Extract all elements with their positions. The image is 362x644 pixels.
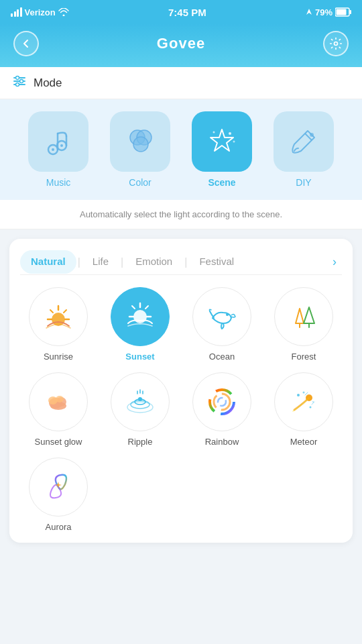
scene-item-sunset[interactable]: Sunset [102, 287, 178, 362]
mode-label: Mode [34, 76, 62, 90]
music-tab-icon-wrap [28, 111, 88, 172]
color-circles-icon [123, 124, 158, 159]
aurora-circle [29, 458, 88, 517]
svg-point-54 [297, 394, 300, 396]
sunrise-circle [29, 287, 88, 346]
svg-marker-36 [304, 307, 314, 323]
signal-icon [11, 7, 22, 17]
header: Govee [0, 24, 362, 67]
ocean-label: Ocean [209, 352, 235, 362]
mode-icon [12, 74, 27, 92]
sunset-circle [111, 287, 170, 346]
mode-tabs: Music Color Scene [0, 99, 362, 200]
category-tab-life[interactable]: Life [82, 250, 119, 274]
scene-item-ocean[interactable]: Ocean [184, 287, 260, 362]
location-icon [306, 9, 312, 15]
ripple-label: Ripple [128, 437, 153, 447]
wifi-icon [58, 8, 69, 16]
scene-item-ripple[interactable]: Ripple [102, 372, 178, 447]
gear-icon [329, 37, 343, 50]
ocean-icon [204, 299, 239, 334]
mode-tab-diy[interactable]: DIY [267, 111, 341, 188]
diy-tab-icon-wrap [274, 111, 334, 172]
header-title: Govee [157, 35, 205, 52]
music-tab-label: Music [46, 177, 71, 188]
sunset-icon [123, 299, 158, 334]
scene-item-meteor[interactable]: Meteor [265, 372, 342, 447]
mode-tab-music[interactable]: Music [21, 111, 95, 188]
mode-tab-scene[interactable]: Scene [185, 111, 259, 188]
forest-label: Forest [292, 352, 316, 362]
scene-item-aurora[interactable]: Aurora [20, 458, 97, 532]
scene-tab-icon-wrap [192, 111, 252, 172]
back-icon [21, 38, 32, 49]
svg-point-33 [226, 313, 229, 316]
sunrise-icon [41, 299, 76, 334]
scene-star-icon [204, 124, 239, 159]
rainbow-circle [192, 372, 251, 431]
status-bar: Verizon 7:45 PM 79% [0, 0, 362, 24]
category-tab-emotion[interactable]: Emotion [125, 250, 183, 274]
svg-line-30 [50, 310, 53, 313]
ripple-icon [123, 384, 158, 419]
music-icon [41, 124, 76, 159]
svg-point-10 [16, 83, 19, 87]
svg-rect-3 [349, 10, 351, 14]
svg-point-8 [16, 76, 19, 80]
svg-point-19 [133, 137, 148, 152]
category-tab-natural[interactable]: Natural [20, 250, 76, 274]
svg-point-22 [233, 141, 235, 143]
divider-2: | [119, 256, 125, 268]
svg-point-16 [60, 144, 63, 147]
category-tabs: Natural | Life | Emotion | Festival › [20, 250, 342, 275]
rainbow-icon [204, 384, 239, 419]
more-categories-button[interactable]: › [327, 250, 342, 274]
color-tab-label: Color [129, 177, 151, 188]
svg-point-25 [310, 133, 314, 137]
scene-item-forest[interactable]: Forest [265, 287, 342, 362]
sunrise-label: Sunrise [44, 352, 73, 362]
divider-1: | [76, 256, 82, 268]
svg-point-55 [310, 407, 312, 409]
settings-button[interactable] [323, 31, 349, 56]
forest-circle [274, 287, 333, 346]
svg-marker-34 [296, 309, 304, 323]
sliders-icon [12, 74, 27, 89]
scene-description: Automatically select the light according… [0, 200, 362, 229]
rainbow-label: Rainbow [205, 437, 239, 447]
svg-point-21 [229, 132, 231, 135]
scene-grid: Sunrise Sunset [20, 287, 342, 532]
sunset-label: Sunset [125, 352, 154, 362]
svg-point-56 [303, 392, 305, 394]
scene-tab-label: Scene [208, 177, 235, 188]
status-time: 7:45 PM [168, 7, 206, 18]
svg-point-52 [218, 398, 226, 406]
svg-point-51 [214, 394, 230, 410]
back-button[interactable] [13, 31, 39, 56]
scene-item-rainbow[interactable]: Rainbow [184, 372, 260, 447]
sunset-glow-icon [41, 384, 76, 419]
svg-point-12 [52, 148, 54, 151]
svg-point-4 [334, 42, 337, 46]
diy-brush-icon [286, 124, 321, 159]
svg-point-23 [213, 131, 215, 133]
mode-tab-color[interactable]: Color [103, 111, 177, 188]
svg-point-9 [20, 80, 23, 83]
ocean-circle [192, 287, 251, 346]
battery-icon [335, 7, 351, 17]
sunset-glow-circle [29, 372, 88, 431]
sunset-glow-label: Sunset glow [35, 437, 82, 447]
scene-item-sunrise[interactable]: Sunrise [20, 287, 97, 362]
diy-tab-label: DIY [296, 177, 311, 188]
svg-rect-2 [336, 9, 346, 15]
svg-line-31 [64, 310, 66, 313]
svg-point-42 [56, 396, 64, 402]
scene-item-sunset-glow[interactable]: Sunset glow [20, 372, 97, 447]
status-carrier: Verizon [11, 7, 69, 17]
aurora-icon [41, 470, 76, 504]
divider-3: | [183, 256, 188, 268]
status-battery: 79% [306, 7, 351, 17]
meteor-circle [274, 372, 333, 431]
forest-icon [286, 299, 321, 334]
category-tab-festival[interactable]: Festival [188, 250, 245, 274]
